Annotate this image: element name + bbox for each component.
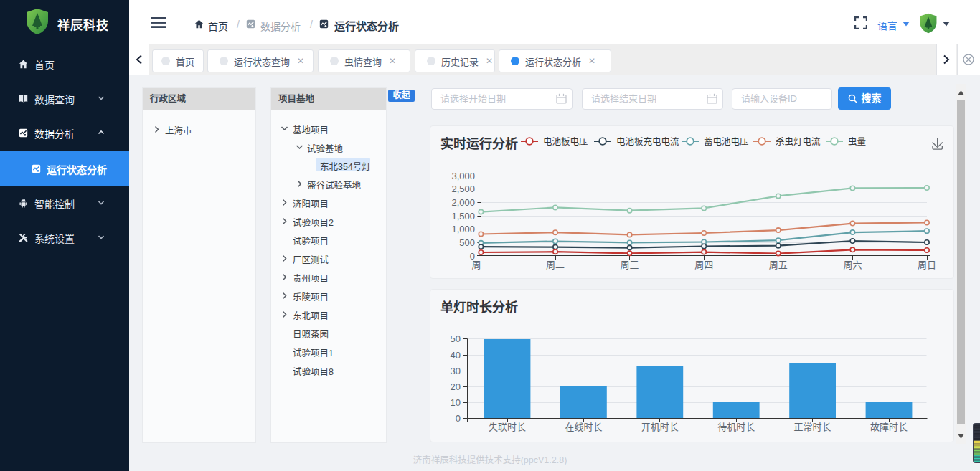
- svg-text:周四: 周四: [694, 260, 713, 270]
- svg-text:待机时长: 待机时长: [717, 422, 755, 432]
- svg-text:2,000: 2,000: [451, 197, 475, 208]
- svg-text:杀虫灯电流: 杀虫灯电流: [776, 136, 821, 147]
- svg-text:失联时长: 失联时长: [489, 422, 526, 432]
- svg-text:电池板电压: 电池板电压: [543, 137, 588, 147]
- svg-text:40: 40: [451, 350, 461, 361]
- svg-text:正常时长: 正常时长: [794, 422, 831, 432]
- svg-text:电池板充电电流: 电池板充电电流: [616, 136, 679, 147]
- svg-text:周三: 周三: [621, 260, 639, 270]
- svg-text:开机时长: 开机时长: [641, 422, 679, 432]
- svg-text:蓄电池电压: 蓄电池电压: [704, 137, 749, 147]
- svg-text:50: 50: [451, 333, 461, 344]
- svg-text:周一: 周一: [471, 260, 490, 270]
- svg-text:0: 0: [456, 413, 461, 424]
- svg-text:20: 20: [451, 381, 461, 392]
- svg-text:2,500: 2,500: [451, 184, 475, 194]
- svg-text:3,000: 3,000: [451, 171, 475, 181]
- svg-text:周二: 周二: [546, 260, 565, 270]
- svg-text:500: 500: [459, 237, 475, 248]
- svg-text:在线时长: 在线时长: [565, 422, 602, 432]
- svg-text:周六: 周六: [843, 260, 862, 270]
- svg-text:虫量: 虫量: [848, 137, 866, 147]
- svg-text:周五: 周五: [769, 260, 788, 270]
- svg-text:1,000: 1,000: [451, 224, 475, 234]
- svg-text:故障时长: 故障时长: [870, 422, 908, 432]
- svg-text:10: 10: [451, 397, 461, 408]
- svg-text:30: 30: [451, 366, 461, 376]
- svg-text:1,500: 1,500: [451, 211, 475, 222]
- svg-text:周日: 周日: [918, 260, 936, 270]
